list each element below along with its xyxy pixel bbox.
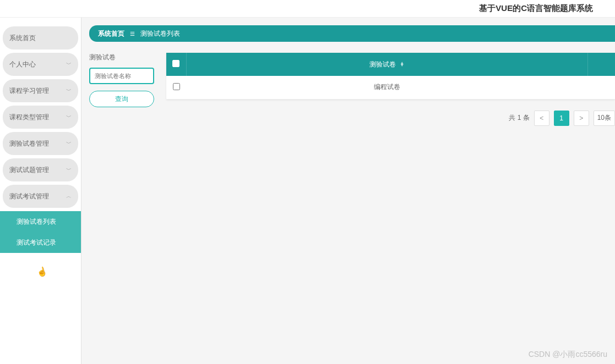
- sidebar-item-course-type[interactable]: 课程类型管理 ﹀: [3, 106, 78, 129]
- sidebar-item-label: 课程类型管理: [9, 113, 49, 122]
- sidebar: 系统首页 个人中心 ﹀ 课程学习管理 ﹀ 课程类型管理 ﹀ 测验试卷管理 ﹀ 测…: [0, 18, 81, 364]
- breadcrumb-home[interactable]: 系统首页: [98, 29, 124, 38]
- sidebar-item-course-study[interactable]: 课程学习管理 ﹀: [3, 79, 78, 102]
- search-label: 测验试卷: [89, 53, 155, 62]
- submenu-item-paper-list[interactable]: 测验试卷列表: [0, 211, 81, 232]
- app-title: 基于VUE的C语言智能题库系统: [479, 3, 593, 14]
- sidebar-item-home[interactable]: 系统首页: [3, 26, 78, 49]
- sidebar-item-label: 系统首页: [9, 34, 36, 43]
- submenu-item-label: 测验试卷列表: [17, 217, 56, 227]
- chevron-down-icon: ﹀: [66, 87, 72, 95]
- table-area: 测验试卷 ▲▼ 编程试卷: [166, 53, 615, 126]
- sidebar-item-label: 测验试卷管理: [9, 139, 49, 148]
- sidebar-item-label: 个人中心: [9, 60, 36, 69]
- search-panel: 测验试卷 查询: [89, 53, 155, 107]
- chevron-down-icon: ﹀: [66, 166, 72, 174]
- pagination-total: 共 1 条: [509, 113, 529, 123]
- table-header-checkbox: [166, 53, 186, 76]
- sidebar-item-exam-paper[interactable]: 测验试卷管理 ﹀: [3, 132, 78, 155]
- chevron-down-icon: ﹀: [66, 140, 72, 147]
- sidebar-item-profile[interactable]: 个人中心 ﹀: [3, 53, 78, 76]
- sidebar-item-label: 测试试题管理: [9, 166, 49, 175]
- sidebar-item-test-exam[interactable]: 测试考试管理 ︿: [3, 185, 78, 208]
- app-header: 基于VUE的C语言智能题库系统: [0, 0, 615, 18]
- sidebar-item-test-question[interactable]: 测试试题管理 ﹀: [3, 158, 78, 181]
- pagination-next[interactable]: >: [574, 111, 589, 126]
- row-name: 编程试卷: [186, 76, 587, 99]
- chevron-up-icon: ︿: [66, 192, 72, 200]
- select-all-checkbox[interactable]: [172, 60, 179, 67]
- submenu-item-exam-record[interactable]: 测试考试记录: [0, 232, 81, 253]
- breadcrumb-current: 测验试卷列表: [140, 29, 180, 38]
- chevron-down-icon: ﹀: [66, 60, 72, 68]
- data-table: 测验试卷 ▲▼ 编程试卷: [166, 53, 615, 100]
- watermark: CSDN @小雨cc5566ru: [529, 350, 607, 360]
- table-header-action: [587, 53, 615, 76]
- sidebar-item-label: 课程学习管理: [9, 86, 49, 96]
- pagination: 共 1 条 < 1 > 10条: [166, 111, 615, 126]
- table-header-name[interactable]: 测验试卷 ▲▼: [186, 53, 587, 76]
- pagination-prev[interactable]: <: [534, 111, 549, 126]
- table-row[interactable]: 编程试卷: [166, 76, 615, 99]
- search-button[interactable]: 查询: [89, 91, 154, 107]
- search-input[interactable]: [89, 68, 154, 84]
- breadcrumb-separator-icon: ☰: [130, 31, 135, 37]
- main-content: 系统首页 ☰ 测验试卷列表 测验试卷 查询: [81, 18, 615, 364]
- pagination-page-1[interactable]: 1: [554, 111, 569, 126]
- sort-icon: ▲▼: [400, 62, 404, 67]
- submenu-item-label: 测试考试记录: [17, 238, 56, 247]
- breadcrumb: 系统首页 ☰ 测验试卷列表: [89, 25, 615, 42]
- submenu: 测验试卷列表 测试考试记录: [3, 211, 78, 253]
- row-checkbox[interactable]: [173, 83, 180, 90]
- chevron-down-icon: ﹀: [66, 113, 72, 121]
- pagination-page-size[interactable]: 10条: [594, 111, 615, 126]
- sidebar-item-label: 测试考试管理: [9, 192, 49, 201]
